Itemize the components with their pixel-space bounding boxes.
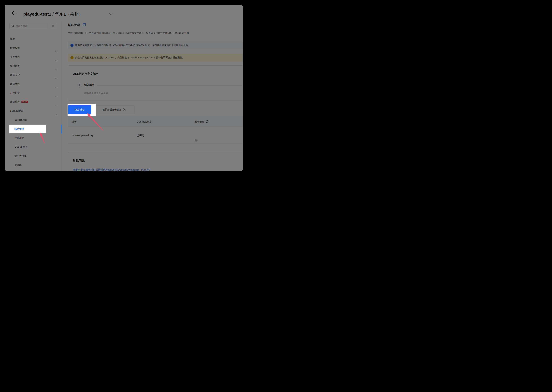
active-nav-indicator [61, 125, 62, 133]
dim-overlay [5, 5, 243, 171]
sidebar-item-domain-management-highlighted[interactable]: 域名管理 [9, 125, 46, 133]
annotated-screenshot: playedu-test1 / 华东1（杭州） ☆ 概览 [0, 0, 247, 176]
console-window: playedu-test1 / 华东1（杭州） ☆ 概览 [5, 5, 243, 171]
bind-domain-button[interactable]: 绑定域名 [68, 105, 91, 114]
bind-button-spotlight: 绑定域名 [68, 104, 96, 116]
